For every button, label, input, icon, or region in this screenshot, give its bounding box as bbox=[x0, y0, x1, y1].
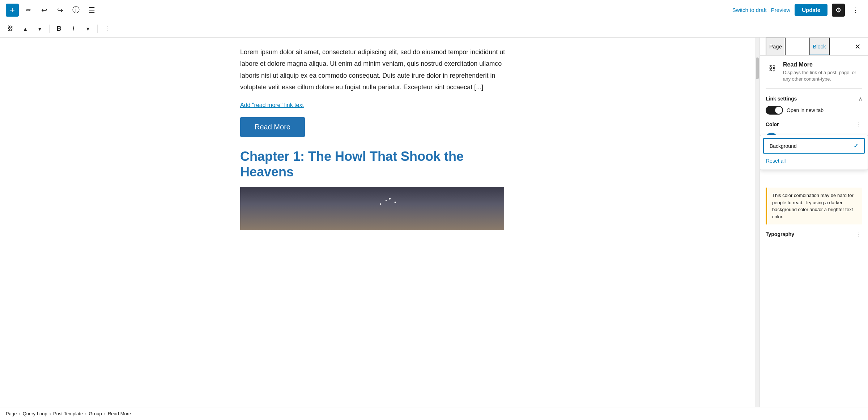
color-dropdown: Background ✓ Reset all bbox=[760, 135, 868, 170]
more-options-button[interactable]: ⋮ bbox=[849, 4, 862, 17]
block-type-icon: ⛓ bbox=[766, 61, 779, 74]
breadcrumb-group[interactable]: Group bbox=[89, 411, 102, 416]
breadcrumb-read-more[interactable]: Read More bbox=[108, 411, 131, 416]
block-info: ⛓ Read More Displays the link of a post,… bbox=[766, 61, 862, 89]
dropdown-icon: ▾ bbox=[86, 25, 89, 32]
switch-to-draft-button[interactable]: Switch to draft bbox=[732, 7, 767, 13]
settings-button[interactable]: ⚙ bbox=[832, 4, 845, 17]
update-button[interactable]: Update bbox=[795, 4, 827, 16]
add-block-button[interactable]: + bbox=[6, 4, 19, 17]
editor-content: Lorem ipsum dolor sit amet, consectetur … bbox=[240, 46, 515, 230]
info-icon: ⓘ bbox=[72, 5, 80, 15]
right-panel: Page Block ✕ ⛓ Read More Displays the li… bbox=[760, 38, 868, 407]
color-section: Color ⋮ Background ✓ Reset all bbox=[766, 120, 862, 224]
secondary-toolbar: ⛓ ▲ ▼ B I ▾ ⋮ bbox=[0, 20, 868, 38]
move-up-button[interactable]: ▲ bbox=[19, 22, 32, 35]
bold-icon: B bbox=[57, 25, 61, 33]
breadcrumb: Page › Query Loop › Post Template › Grou… bbox=[0, 407, 868, 420]
color-section-header: Color ⋮ bbox=[766, 120, 862, 128]
italic-button[interactable]: I bbox=[67, 22, 80, 35]
redo-button[interactable]: ↪ bbox=[54, 4, 67, 17]
editor-scroll-area[interactable]: Lorem ipsum dolor sit amet, consectetur … bbox=[0, 38, 755, 407]
main-layout: Lorem ipsum dolor sit amet, consectetur … bbox=[0, 38, 868, 407]
list-view-button[interactable]: ☰ bbox=[85, 4, 98, 17]
breadcrumb-query-loop[interactable]: Query Loop bbox=[23, 411, 47, 416]
read-more-block-icon: ⛓ bbox=[769, 64, 776, 72]
warning-spacer: This color combination may be hard for p… bbox=[766, 188, 862, 224]
more-icon: ⋮ bbox=[104, 25, 110, 32]
typography-more-button[interactable]: ⋮ bbox=[856, 230, 862, 238]
open-in-new-tab-label: Open in new tab bbox=[787, 107, 824, 113]
editor-scrollbar[interactable] bbox=[755, 38, 760, 407]
pencil-icon: ✏ bbox=[26, 6, 31, 14]
plus-icon: + bbox=[10, 6, 15, 14]
link-icon: ⛓ bbox=[8, 25, 14, 33]
italic-icon: I bbox=[72, 25, 74, 33]
breadcrumb-sep-2: › bbox=[50, 411, 51, 416]
top-toolbar: + ✏ ↩ ↪ ⓘ ☰ Switch to draft Preview Upda… bbox=[0, 0, 868, 20]
undo-button[interactable]: ↩ bbox=[38, 4, 51, 17]
color-dropdown-item-background[interactable]: Background ✓ bbox=[763, 138, 865, 154]
toolbar-divider-2 bbox=[97, 25, 98, 33]
reset-all-button[interactable]: Reset all bbox=[763, 155, 865, 167]
lorem-paragraph: Lorem ipsum dolor sit amet, consectetur … bbox=[240, 46, 515, 93]
dropdown-button[interactable]: ▾ bbox=[81, 22, 94, 35]
add-read-more-link[interactable]: Add "read more" link text bbox=[240, 102, 515, 108]
typography-label: Typography bbox=[766, 231, 794, 237]
background-label: Background bbox=[770, 143, 797, 149]
typography-section-header[interactable]: Typography ⋮ bbox=[766, 230, 862, 238]
chapter-title: Chapter 1: The Howl That Shook the Heave… bbox=[240, 149, 515, 180]
editor-wrapper: Lorem ipsum dolor sit amet, consectetur … bbox=[0, 38, 760, 407]
list-icon: ☰ bbox=[89, 6, 95, 14]
link-settings-section: Link settings ∧ Open in new tab bbox=[766, 96, 862, 115]
toolbar-divider bbox=[49, 25, 50, 33]
breadcrumb-post-template[interactable]: Post Template bbox=[53, 411, 83, 416]
tab-page[interactable]: Page bbox=[766, 38, 786, 55]
toolbar-left: + ✏ ↩ ↪ ⓘ ☰ bbox=[6, 4, 98, 17]
block-type-name: Read More bbox=[783, 61, 862, 68]
checkmark-icon: ✓ bbox=[854, 142, 858, 149]
editor-scrollbar-thumb[interactable] bbox=[756, 57, 759, 79]
bold-button[interactable]: B bbox=[52, 22, 65, 35]
typography-section: Typography ⋮ bbox=[766, 230, 862, 238]
tools-button[interactable]: ✏ bbox=[22, 4, 35, 17]
move-down-button[interactable]: ▼ bbox=[33, 22, 46, 35]
breadcrumb-sep-1: › bbox=[19, 411, 20, 416]
breadcrumb-sep-4: › bbox=[104, 411, 106, 416]
tab-block[interactable]: Block bbox=[809, 38, 830, 55]
block-type-description: Displays the link of a post, page, or an… bbox=[783, 69, 862, 82]
link-settings-header[interactable]: Link settings ∧ bbox=[766, 96, 862, 102]
undo-icon: ↩ bbox=[41, 6, 47, 14]
open-in-new-tab-row: Open in new tab bbox=[766, 106, 862, 115]
link-button[interactable]: ⛓ bbox=[4, 22, 17, 35]
link-settings-label: Link settings bbox=[766, 96, 797, 102]
panel-content: ⛓ Read More Displays the link of a post,… bbox=[760, 56, 868, 407]
contrast-warning: This color combination may be hard for p… bbox=[766, 188, 862, 224]
block-more-button[interactable]: ⋮ bbox=[101, 22, 114, 35]
chevron-down-icon: ▼ bbox=[37, 26, 42, 32]
panel-tabs: Page Block ✕ bbox=[760, 38, 868, 56]
toggle-knob bbox=[775, 107, 782, 114]
color-more-button[interactable]: ⋮ bbox=[856, 120, 862, 128]
gear-icon: ⚙ bbox=[835, 6, 841, 14]
breadcrumb-sep-3: › bbox=[85, 411, 86, 416]
color-label: Color bbox=[766, 121, 779, 127]
redo-icon: ↪ bbox=[57, 6, 63, 14]
info-button[interactable]: ⓘ bbox=[69, 4, 82, 17]
stars-decoration bbox=[386, 200, 387, 201]
toolbar-right: Switch to draft Preview Update ⚙ ⋮ bbox=[732, 4, 862, 17]
vertical-dots-icon: ⋮ bbox=[852, 6, 859, 14]
breadcrumb-page[interactable]: Page bbox=[6, 411, 17, 416]
read-more-button[interactable]: Read More bbox=[240, 117, 305, 137]
chapter-image bbox=[240, 187, 504, 230]
preview-button[interactable]: Preview bbox=[771, 7, 790, 13]
open-in-new-tab-toggle[interactable] bbox=[766, 106, 783, 115]
block-info-text: Read More Displays the link of a post, p… bbox=[783, 61, 862, 82]
chevron-up-icon: ∧ bbox=[859, 96, 862, 102]
panel-close-button[interactable]: ✕ bbox=[853, 41, 862, 52]
chevron-up-icon: ▲ bbox=[23, 26, 28, 32]
